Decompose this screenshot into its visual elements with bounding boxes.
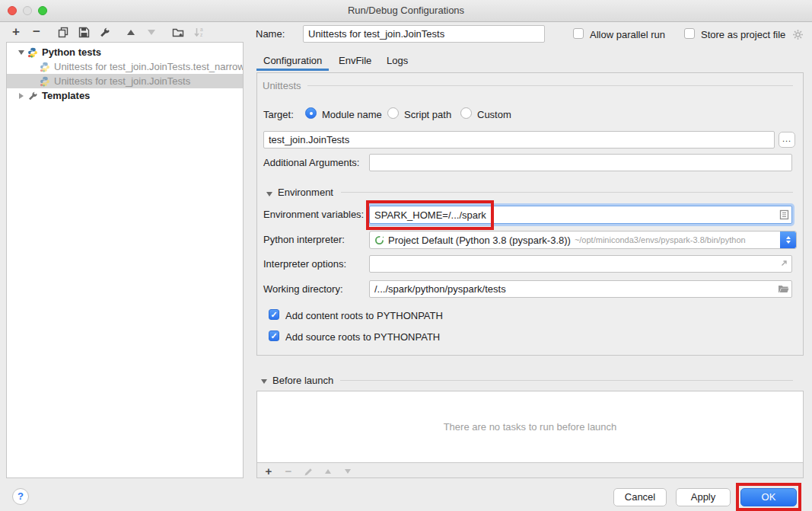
environment-collapse-icon[interactable] xyxy=(266,192,272,196)
cancel-button[interactable]: Cancel xyxy=(613,488,667,506)
new-folder-icon[interactable] xyxy=(172,26,184,38)
python-interpreter-select[interactable]: Project Default (Python 3.8 (pyspark-3.8… xyxy=(369,231,797,249)
configurations-tree: Python tests Unittests for test_join.Joi… xyxy=(6,42,244,478)
tree-node-label: Unittests for test_join.JoinTests.test_n… xyxy=(54,61,243,72)
store-as-project-file-checkbox[interactable] xyxy=(684,28,695,39)
tree-node-test-narrow[interactable]: Unittests for test_join.JoinTests.test_n… xyxy=(7,59,243,74)
move-task-up-icon xyxy=(323,466,333,477)
move-task-down-icon xyxy=(342,466,353,477)
additional-arguments-label: Additional Arguments: xyxy=(263,157,359,168)
before-launch-panel: There are no tasks to run before launch … xyxy=(256,391,804,478)
environment-section-label[interactable]: Environment xyxy=(278,187,333,198)
python-interpreter-path: ~/opt/miniconda3/envs/pyspark-3.8/bin/py… xyxy=(575,235,746,244)
python-test-icon xyxy=(40,62,50,72)
active-tab-underline xyxy=(256,69,329,71)
tab-configuration[interactable]: Configuration xyxy=(263,55,322,66)
python-interpreter-value: Project Default (Python 3.8 (pyspark-3.8… xyxy=(388,235,571,246)
python-interpreter-label: Python interpreter: xyxy=(263,234,345,245)
help-button[interactable]: ? xyxy=(12,488,29,505)
add-content-roots-label[interactable]: Add content roots to PYTHONPATH xyxy=(285,310,443,321)
environment-variables-input[interactable] xyxy=(369,206,792,224)
browse-module-button[interactable]: ... xyxy=(779,132,795,148)
before-launch-divider xyxy=(340,380,793,381)
browse-folder-icon[interactable] xyxy=(777,283,789,295)
tab-envfile[interactable]: EnvFile xyxy=(339,55,371,66)
target-script-path-label[interactable]: Script path xyxy=(404,109,451,120)
module-name-input[interactable] xyxy=(263,131,775,149)
tree-node-jointests-selected[interactable]: Unittests for test_join.JoinTests xyxy=(7,74,243,88)
conda-env-icon xyxy=(374,235,384,245)
add-source-roots-checkbox[interactable]: ✓ xyxy=(269,331,279,341)
copy-configuration-icon[interactable] xyxy=(57,26,69,38)
allow-parallel-run-checkbox[interactable] xyxy=(573,28,584,39)
store-as-project-file-label[interactable]: Store as project file xyxy=(701,29,785,40)
configuration-panel: Unittests Target: Module name Script pat… xyxy=(256,72,804,356)
tree-node-label: Python tests xyxy=(42,46,101,58)
templates-wrench-icon xyxy=(27,91,38,101)
target-custom-radio[interactable] xyxy=(460,107,472,119)
apply-button[interactable]: Apply xyxy=(676,488,731,506)
edit-templates-wrench-icon[interactable] xyxy=(98,26,110,38)
svg-text:z: z xyxy=(200,32,202,37)
configurations-toolbar: + − az xyxy=(10,24,205,40)
working-directory-label: Working directory: xyxy=(263,283,343,295)
add-task-icon[interactable]: + xyxy=(263,466,274,477)
move-down-icon xyxy=(145,26,158,38)
move-up-icon[interactable] xyxy=(125,26,137,38)
add-configuration-icon[interactable]: + xyxy=(10,26,22,38)
expand-field-icon[interactable] xyxy=(778,257,790,270)
working-directory-input[interactable] xyxy=(369,280,792,298)
target-custom-label[interactable]: Custom xyxy=(477,109,511,120)
edit-environment-variables-icon[interactable] xyxy=(778,209,790,221)
window-title: Run/Debug Configurations xyxy=(0,5,812,16)
remove-configuration-icon[interactable]: − xyxy=(30,26,43,38)
before-launch-empty-text: There are no tasks to run before launch xyxy=(444,421,617,433)
add-source-roots-label[interactable]: Add source roots to PYTHONPATH xyxy=(285,331,440,343)
environment-divider xyxy=(341,192,793,193)
add-content-roots-checkbox[interactable]: ✓ xyxy=(269,309,279,320)
python-tests-icon xyxy=(27,47,38,58)
expand-closed-icon[interactable] xyxy=(15,93,27,99)
gear-icon[interactable] xyxy=(791,28,804,40)
target-module-name-label[interactable]: Module name xyxy=(322,109,382,120)
tree-node-label: Unittests for test_join.JoinTests xyxy=(54,75,190,87)
tree-node-templates[interactable]: Templates xyxy=(7,88,243,103)
name-input[interactable] xyxy=(303,25,545,43)
edit-task-pencil-icon xyxy=(303,466,314,477)
group-divider xyxy=(307,85,793,86)
tab-logs[interactable]: Logs xyxy=(387,55,408,66)
before-launch-toolbar: + − xyxy=(263,465,353,478)
allow-parallel-run-label[interactable]: Allow parallel run xyxy=(590,29,665,40)
tree-node-python-tests[interactable]: Python tests xyxy=(7,45,243,59)
before-launch-collapse-icon[interactable] xyxy=(261,379,267,384)
expand-open-icon[interactable] xyxy=(15,50,27,55)
before-launch-label[interactable]: Before launch xyxy=(272,375,333,386)
interpreter-options-label: Interpreter options: xyxy=(263,258,346,270)
remove-task-icon: − xyxy=(283,466,294,477)
target-label: Target: xyxy=(263,109,294,120)
interpreter-dropdown-button[interactable] xyxy=(780,232,796,248)
ok-button[interactable]: OK xyxy=(740,488,797,506)
tree-node-label: Templates xyxy=(42,90,90,101)
interpreter-options-input[interactable] xyxy=(369,255,792,273)
before-launch-task-list[interactable]: There are no tasks to run before launch xyxy=(257,391,803,463)
sort-configurations-icon: az xyxy=(193,26,205,38)
target-script-path-radio[interactable] xyxy=(387,107,399,119)
target-module-name-radio[interactable] xyxy=(305,107,317,119)
additional-arguments-input[interactable] xyxy=(369,154,792,171)
name-label: Name: xyxy=(256,28,285,40)
save-configuration-icon[interactable] xyxy=(78,26,90,38)
title-bar: Run/Debug Configurations xyxy=(0,0,812,22)
unittests-group-label: Unittests xyxy=(263,80,301,91)
environment-variables-label: Environment variables: xyxy=(263,209,364,220)
svg-text:a: a xyxy=(200,27,203,32)
python-test-icon xyxy=(40,76,50,87)
